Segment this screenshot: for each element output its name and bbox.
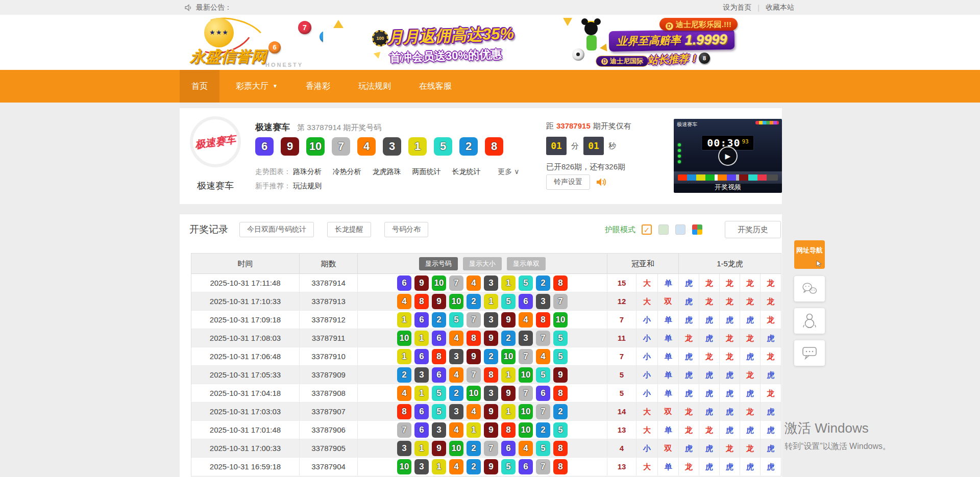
trend-link-streak[interactable]: 长龙统计 [452,167,480,175]
cell-size: 小 [636,311,658,329]
lottery-ball-9: 9 [432,294,446,309]
cell-dragon-tiger: 虎 [699,384,720,402]
today-stats-button[interactable]: 今日双面/号码统计 [239,222,314,237]
nav-item-rules[interactable]: 玩法规则 [347,70,403,103]
bookmark-link[interactable]: 收藏本站 [766,3,794,12]
lottery-ball-9: 9 [501,312,516,328]
sound-on-icon[interactable] [596,177,607,187]
lottery-ball-1: 1 [408,137,427,156]
lottery-ball-8: 8 [553,459,568,474]
cell-dragon-tiger: 虎 [761,458,781,475]
streak-alert-button[interactable]: 长龙提醒 [327,222,371,237]
lottery-ball-10: 10 [519,404,533,419]
banner-corner-pill: D迪士尼彩乐园.!!! [659,18,738,31]
lottery-ball-3: 3 [519,331,533,346]
cell-dragon-tiger: 龙 [699,274,720,292]
cell-dragon-tiger: 龙 [679,458,699,475]
set-home-link[interactable]: 设为首页 [723,3,751,12]
result-row: 2025-10-31 17:08:03337879111016489237511… [191,329,781,347]
lottery-ball-8: 8 [432,349,446,364]
next-issue: 33787915 [556,121,591,130]
header-dragon-group: 1-5龙虎 [679,254,781,274]
number-distribution-button[interactable]: 号码分布 [384,222,428,237]
sidebar-url-navigation[interactable]: 网址导航 [794,240,825,269]
lottery-ball-10: 10 [397,331,411,346]
video-title: 极速赛车 [677,121,697,128]
lottery-ball-4: 4 [449,422,463,438]
game-name: 极速赛车 [190,180,241,192]
lottery-ball-3: 3 [414,367,429,383]
toggle-show-numbers[interactable]: 显示号码 [419,257,458,270]
nav-item-service[interactable]: 在线客服 [407,70,463,103]
trend-link-hotcold[interactable]: 冷热分析 [333,167,361,175]
video-balls-strip [755,121,779,124]
toggle-show-parity[interactable]: 显示单双 [507,257,546,270]
bell-settings-button[interactable]: 铃声设置 [546,174,590,190]
cell-numbers: 10314295678 [358,458,607,475]
cell-parity: 单 [658,384,679,402]
cell-issue: 33787907 [300,403,358,420]
lottery-ball-2: 2 [449,386,463,401]
draw-numbers: 69107431528 [255,137,510,156]
trend-link-twoside[interactable]: 两面统计 [412,167,441,175]
site-logo[interactable]: ★★★ 7869 永盛信誉网 HONESTY [190,17,328,68]
video-indicator-lights [678,143,681,163]
cell-dragon-tiger: 虎 [679,384,699,402]
cell-dragon-tiger: 龙 [679,329,699,347]
lottery-ball-3: 3 [432,422,446,438]
lottery-ball-4: 4 [449,331,463,346]
divider: | [757,4,760,12]
cell-parity: 单 [658,421,679,439]
cell-sum: 4 [607,439,636,457]
newbie-label: 新手推荐： [255,182,291,190]
announcement-speaker-icon [185,4,193,11]
lottery-ball-1: 1 [397,349,411,364]
lottery-ball-9: 9 [432,441,446,456]
eye-theme-green[interactable] [658,224,669,235]
cell-time: 2025-10-31 17:06:48 [191,347,300,365]
sidebar-qq[interactable] [794,308,825,334]
lottery-ball-6: 6 [536,386,550,401]
trend-links-row: 走势图表： 路珠分析 冷热分析 龙虎路珠 两面统计 长龙统计 更多 ∨ [255,167,519,177]
sidebar-wechat[interactable] [794,276,825,302]
lottery-ball-6: 6 [519,459,533,474]
lottery-ball-4: 4 [536,349,550,364]
eye-mode-label[interactable]: 护眼模式 [605,225,635,235]
nav-item-lottery-hall[interactable]: 彩票大厅▼ [224,70,289,103]
cell-size: 小 [636,384,658,402]
newbie-rules-link[interactable]: 玩法规则 [293,182,322,190]
cell-numbers: 10164892375 [358,329,607,347]
lottery-ball-6: 6 [414,312,429,328]
trend-link-roadbead[interactable]: 路珠分析 [293,167,322,175]
mickey-mascot-icon [584,22,598,35]
toggle-show-size[interactable]: 显示大小 [463,257,502,270]
chat-bubble-icon [802,346,817,360]
announcement-label: 最新公告： [196,3,232,12]
eye-theme-blue[interactable] [675,224,685,235]
more-dropdown[interactable]: 更多 ∨ [498,167,519,175]
nav-item-home[interactable]: 首页 [180,70,219,103]
results-table-header: 时间 期数 显示号码 显示大小 显示单双 冠亚和 1-5龙虎 [191,254,781,274]
eye-theme-multicolor[interactable] [692,224,702,235]
lottery-ball-2: 2 [536,422,550,438]
cell-dragon-tiger: 龙 [740,403,761,420]
cell-dragon-tiger: 虎 [699,439,720,457]
nav-item-hongkong[interactable]: 香港彩 [294,70,342,103]
lottery-ball-7: 7 [467,367,481,383]
draw-video-panel[interactable]: 极速赛车 00:3093 ▶ 开奖视频 [674,119,782,193]
lottery-ball-4: 4 [467,275,481,291]
lottery-ball-4: 4 [449,367,463,383]
trend-link-dragontiger[interactable]: 龙虎路珠 [373,167,401,175]
cell-issue: 33787905 [300,439,358,457]
sidebar-chat[interactable] [794,340,825,366]
eye-mode-checkbox[interactable]: ✓ [642,224,652,235]
draw-history-button[interactable]: 开奖历史 [725,221,781,238]
result-row: 2025-10-31 16:59:18337879041031429567813… [191,458,781,476]
play-button[interactable]: ▶ [718,146,738,166]
cell-dragon-tiger: 虎 [740,347,761,365]
cell-time: 2025-10-31 16:59:18 [191,458,300,475]
lottery-ball-4: 4 [519,312,533,328]
header-sum-group: 冠亚和 [607,254,679,274]
promo-banner[interactable]: 100 月月返佣高达35% 首冲会员送30%的优惠 D迪士尼国际 业界至高赔率 … [323,17,741,69]
cell-sum: 13 [607,421,636,439]
